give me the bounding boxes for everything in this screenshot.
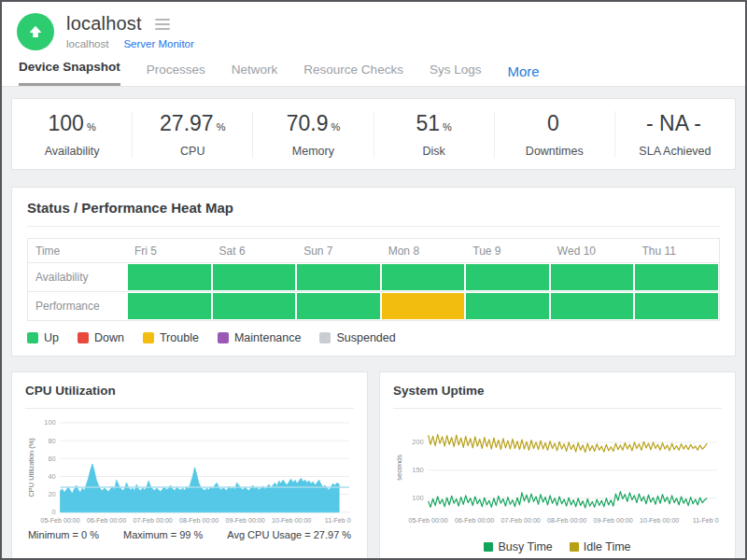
tab-resource-checks[interactable]: Resource Checks [303,63,403,86]
heatmap-cell-availability-sat-6[interactable] [213,264,296,290]
heatmap-cell-availability-tue-9[interactable] [466,264,549,290]
svg-text:05-Feb 00:00: 05-Feb 00:00 [40,517,79,525]
cpu-chart-title: CPU Utilization [25,384,354,409]
heatmap-card: Status / Performance Heat Map TimeFri 5S… [11,187,736,357]
heatmap-table: TimeFri 5Sat 6Sun 7Mon 8Tue 9Wed 10Thu 1… [27,238,720,321]
app-window: localhost localhost Server Monitor Devic… [0,0,747,560]
stat-cpu: 27.97%CPU [132,111,252,158]
svg-text:08-Feb 00:00: 08-Feb 00:00 [547,517,586,525]
heatmap-cell-availability-sun-7[interactable] [297,264,380,290]
cpu-chart-plot[interactable]: 020406080100CPU Utilization (%)05-Feb 00… [25,416,354,527]
heatmap-cell-availability-thu-11[interactable] [635,264,718,290]
svg-text:09-Feb 00:00: 09-Feb 00:00 [593,517,632,525]
tab-device-snapshot[interactable]: Device Snapshot [19,60,120,86]
legend-item-maintenance: Maintenance [218,331,302,344]
legend-label: Trouble [160,331,199,344]
cpu-minimum: Minimum = 0 % [28,529,99,540]
legend-label: Maintenance [234,331,302,344]
legend-swatch [143,332,154,343]
svg-text:80: 80 [48,437,55,445]
svg-text:06-Feb 00:00: 06-Feb 00:00 [455,517,494,525]
heatmap-col-time: Time [28,239,127,262]
legend-swatch [78,332,89,343]
tab-processes[interactable]: Processes [147,63,205,86]
uptime-chart-card: System Uptime 100150200seconds05-Feb 00:… [379,371,736,558]
heatmap-col-sat-6: Sat 6 [212,239,297,262]
heatmap-cell-performance-sun-7[interactable] [297,293,380,319]
legend-swatch [570,542,579,552]
svg-text:07-Feb 00:00: 07-Feb 00:00 [134,517,173,525]
legend-item-down: Down [78,331,124,344]
tab-network[interactable]: Network [232,63,278,86]
breadcrumb-monitor-type-link[interactable]: Server Monitor [123,38,193,49]
legend-swatch [484,542,493,552]
legend-item-idle-time: Idle Time [570,540,631,553]
stat-downtimes: 0Downtimes [494,111,614,158]
stat-memory: 70.9%Memory [252,111,373,158]
legend-item-up: Up [27,331,59,344]
breadcrumb: localhost Server Monitor [66,38,194,49]
svg-text:60: 60 [48,455,55,463]
heatmap-col-mon-8: Mon 8 [381,239,466,262]
svg-text:seconds: seconds [395,455,403,481]
stats-summary-card: 100%Availability27.97%CPU70.9%Memory51%D… [11,98,736,170]
stat-availability: 100%Availability [12,111,132,158]
cpu-average: Avg CPU Usage = 27.97 % [227,529,351,540]
heatmap-col-thu-11: Thu 11 [634,239,719,262]
cpu-chart-stats: Minimum = 0 % Maximum = 99 % Avg CPU Usa… [25,529,354,540]
legend-item-busy-time: Busy Time [484,540,552,553]
legend-swatch [319,332,331,343]
heatmap-cell-performance-thu-11[interactable] [635,293,718,319]
cpu-chart-card: CPU Utilization 020406080100CPU Utilizat… [11,371,368,558]
heatmap-cell-performance-fri-5[interactable] [128,293,211,319]
stat-disk: 51%Disk [374,111,494,158]
heatmap-cell-availability-wed-10[interactable] [551,264,634,290]
legend-swatch [218,332,229,343]
heatmap-cell-availability-mon-8[interactable] [382,264,465,290]
svg-text:CPU Utilization (%): CPU Utilization (%) [27,438,35,497]
legend-swatch [27,332,38,343]
heatmap-cell-performance-mon-8[interactable] [382,293,465,319]
heatmap-row-availability: Availability [28,262,719,291]
charts-row: CPU Utilization 020406080100CPU Utilizat… [11,371,736,558]
device-status-up-icon [17,13,54,50]
cpu-maximum: Maximum = 99 % [123,529,203,540]
svg-text:150: 150 [412,466,423,474]
tab-sys-logs[interactable]: Sys Logs [430,63,482,86]
legend-item-trouble: Trouble [143,331,199,344]
menu-icon[interactable] [153,17,172,32]
svg-text:07-Feb 00:00: 07-Feb 00:00 [501,517,541,525]
heatmap-col-sun-7: Sun 7 [296,239,381,262]
tab-more[interactable]: More [507,63,539,86]
svg-text:09-Feb 00:00: 09-Feb 00:00 [225,517,264,525]
heatmap-row-label: Availability [28,263,127,291]
svg-text:05-Feb 00:00: 05-Feb 00:00 [408,517,447,525]
svg-text:10-Feb 00:00: 10-Feb 00:00 [640,517,679,525]
svg-text:10-Feb 00:00: 10-Feb 00:00 [272,517,311,525]
svg-text:40: 40 [48,472,55,481]
legend-label: Down [94,331,124,344]
heatmap-row-label: Performance [28,292,127,320]
uptime-chart-legend: Busy TimeIdle Time [393,540,722,553]
tab-bar: Device SnapshotProcessesNetworkResource … [17,60,730,86]
heatmap-cell-performance-tue-9[interactable] [466,293,549,319]
heatmap-cell-performance-wed-10[interactable] [551,293,634,319]
svg-text:08-Feb 00:00: 08-Feb 00:00 [179,517,218,525]
heatmap-cell-performance-sat-6[interactable] [213,293,296,319]
svg-text:20: 20 [48,490,55,498]
uptime-chart-plot[interactable]: 100150200seconds05-Feb 00:0006-Feb 00:00… [393,416,722,527]
svg-text:100: 100 [412,494,423,502]
svg-text:11-Feb 0: 11-Feb 0 [693,517,719,525]
uptime-chart-title: System Uptime [393,384,722,409]
breadcrumb-device: localhost [66,38,108,49]
heatmap-cell-availability-fri-5[interactable] [128,264,211,290]
heatmap-col-fri-5: Fri 5 [127,239,212,262]
heatmap-header-row: TimeFri 5Sat 6Sun 7Mon 8Tue 9Wed 10Thu 1… [28,239,719,262]
dashboard-content: 100%Availability27.97%CPU70.9%Memory51%D… [2,87,745,558]
legend-label: Up [44,331,59,344]
svg-text:0: 0 [52,508,56,516]
legend-item-suspended: Suspended [319,331,395,344]
heatmap-legend: UpDownTroubleMaintenanceSuspended [27,331,720,344]
stat-sla-achieved: - NA -SLA Achieved [614,111,735,158]
svg-text:06-Feb 00:00: 06-Feb 00:00 [87,517,126,525]
